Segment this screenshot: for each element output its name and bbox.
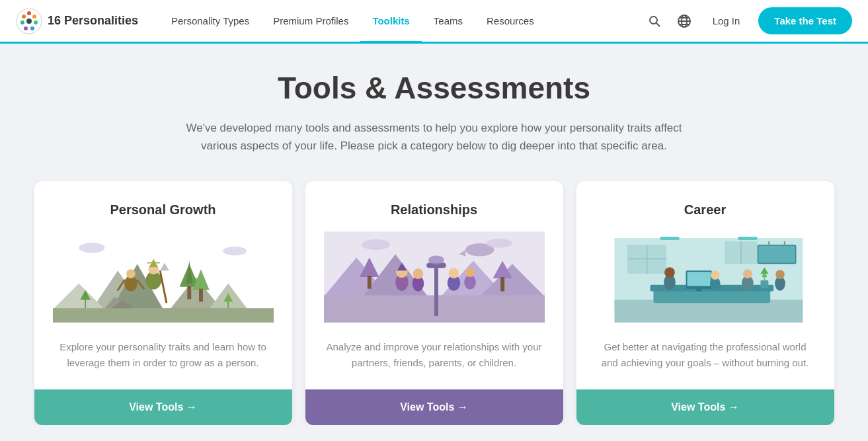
- nav-premium-profiles[interactable]: Premium Profiles: [261, 1, 360, 41]
- svg-line-10: [656, 23, 660, 26]
- svg-point-9: [650, 17, 657, 24]
- svg-rect-81: [687, 272, 710, 287]
- svg-point-53: [428, 256, 444, 265]
- card-relationships: Relationships: [305, 181, 563, 425]
- svg-point-70: [486, 239, 512, 248]
- card-personal-growth: Personal Growth: [34, 181, 292, 425]
- nav-right: Log In Take the Test: [645, 7, 852, 34]
- svg-rect-21: [53, 309, 274, 323]
- svg-marker-18: [53, 284, 105, 309]
- card-description-career: Get better at navigating the professiona…: [595, 339, 816, 371]
- page-subtitle: We've developed many tools and assessmen…: [177, 119, 692, 155]
- svg-point-69: [361, 239, 389, 250]
- svg-rect-64: [367, 276, 371, 289]
- navbar: 16 Personalities Personality Types Premi…: [0, 0, 868, 44]
- view-tools-personal-growth[interactable]: View Tools →: [34, 389, 292, 425]
- card-career: Career: [576, 181, 834, 425]
- svg-point-44: [223, 247, 246, 256]
- card-description-relationships: Analyze and improve your relationships w…: [324, 339, 545, 371]
- svg-point-6: [20, 20, 24, 24]
- svg-point-5: [24, 26, 28, 30]
- main-content: Tools & Assessments We've developed many…: [0, 44, 868, 425]
- page-title: Tools & Assessments: [13, 70, 855, 106]
- nav-links: Personality Types Premium Profiles Toolk…: [159, 1, 645, 41]
- svg-rect-82: [696, 288, 701, 292]
- svg-rect-93: [760, 280, 768, 288]
- svg-point-43: [79, 243, 104, 253]
- svg-rect-51: [434, 264, 438, 317]
- svg-point-58: [413, 269, 423, 280]
- svg-point-84: [664, 268, 675, 278]
- nav-resources[interactable]: Resources: [475, 1, 546, 41]
- svg-point-1: [27, 11, 31, 15]
- svg-rect-26: [199, 289, 203, 302]
- card-title-career: Career: [684, 202, 726, 218]
- nav-personality-types[interactable]: Personality Types: [159, 1, 261, 41]
- svg-point-8: [26, 19, 32, 24]
- svg-point-62: [465, 268, 475, 278]
- illustration-personal-growth: [53, 231, 274, 323]
- svg-point-3: [34, 20, 38, 24]
- svg-point-32: [126, 270, 136, 279]
- svg-point-7: [22, 15, 26, 19]
- svg-rect-24: [187, 286, 191, 300]
- illustration-relationships: [324, 231, 545, 323]
- svg-point-86: [710, 271, 719, 280]
- nav-teams[interactable]: Teams: [422, 1, 475, 41]
- svg-point-61: [464, 275, 476, 290]
- svg-line-35: [160, 271, 167, 303]
- view-tools-career[interactable]: View Tools →: [576, 389, 834, 425]
- logo-link[interactable]: 16 Personalities: [16, 8, 138, 34]
- search-icon: [648, 15, 661, 28]
- svg-point-60: [448, 268, 459, 279]
- svg-rect-100: [738, 237, 757, 240]
- card-description-personal-growth: Explore your personality traits and lear…: [53, 339, 274, 371]
- view-tools-relationships[interactable]: View Tools →: [305, 389, 563, 425]
- svg-point-88: [742, 270, 752, 279]
- take-test-button[interactable]: Take the Test: [758, 7, 852, 34]
- svg-point-2: [32, 15, 36, 19]
- search-button[interactable]: [645, 12, 664, 30]
- svg-marker-36: [160, 263, 169, 271]
- svg-rect-72: [614, 300, 803, 323]
- nav-toolkits[interactable]: Toolkits: [360, 1, 421, 43]
- svg-rect-66: [500, 277, 504, 292]
- svg-point-4: [30, 26, 34, 30]
- card-title-relationships: Relationships: [391, 202, 477, 218]
- globe-icon: [677, 14, 691, 28]
- logo-text: 16 Personalities: [48, 14, 138, 28]
- svg-point-98: [775, 270, 785, 280]
- logo-icon: [16, 8, 42, 34]
- svg-rect-99: [660, 237, 679, 240]
- globe-button[interactable]: [674, 11, 694, 31]
- card-title-personal-growth: Personal Growth: [110, 202, 216, 218]
- login-link[interactable]: Log In: [705, 10, 748, 32]
- cards-container: Personal Growth: [18, 181, 851, 425]
- illustration-career: [595, 231, 816, 323]
- svg-rect-90: [758, 246, 795, 263]
